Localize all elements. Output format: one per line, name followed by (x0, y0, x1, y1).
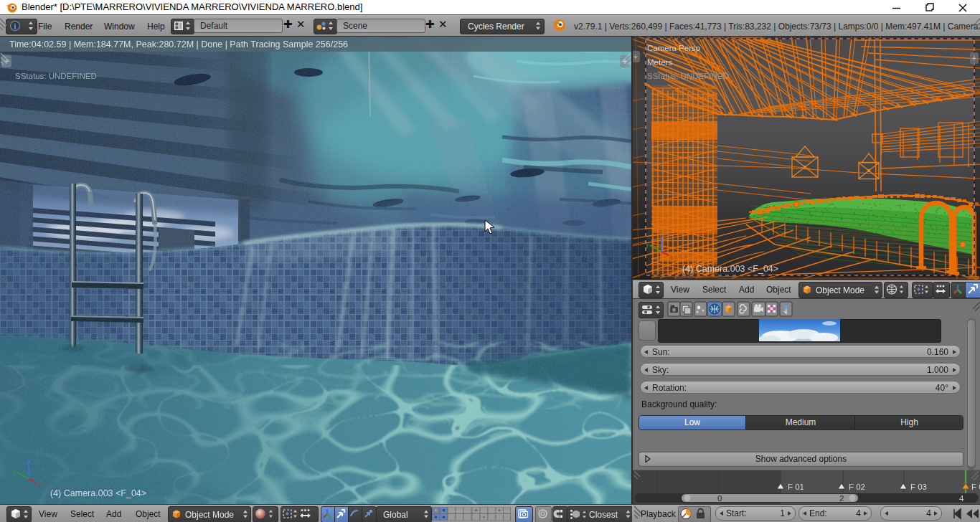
svg-text:(4) Camera.003 <F_04>: (4) Camera.003 <F_04> (682, 264, 778, 274)
svg-text:y: y (646, 241, 649, 248)
svg-text:Time:04:02.59 | Mem:184.77M, P: Time:04:02.59 | Mem:184.77M, Peak:280.72… (9, 39, 348, 49)
svg-text:SStatus: UNDEFINED: SStatus: UNDEFINED (647, 72, 729, 80)
svg-text:F 02: F 02 (849, 483, 865, 491)
svg-text:SStatus: UNDEFINED: SStatus: UNDEFINED (15, 72, 97, 80)
svg-text:x: x (37, 481, 41, 488)
svg-text:+: + (972, 54, 976, 62)
svg-text:F 01: F 01 (788, 483, 804, 491)
svg-text:4: 4 (959, 494, 964, 503)
svg-text:F 03: F 03 (910, 483, 927, 491)
svg-text:x: x (670, 254, 674, 261)
svg-text:Meters: Meters (647, 58, 672, 67)
svg-text:2: 2 (839, 494, 844, 503)
svg-text:y: y (13, 468, 17, 475)
svg-text:+: + (633, 52, 638, 61)
svg-text:i: i (14, 22, 17, 30)
svg-text:F 0: F 0 (971, 483, 980, 491)
svg-text:z: z (27, 458, 31, 465)
svg-text:z: z (660, 231, 664, 238)
svg-text:0: 0 (717, 494, 722, 503)
svg-text:Camera Persp: Camera Persp (647, 44, 700, 52)
svg-text:(4) Camera.003 <F_04>: (4) Camera.003 <F_04> (50, 488, 146, 498)
